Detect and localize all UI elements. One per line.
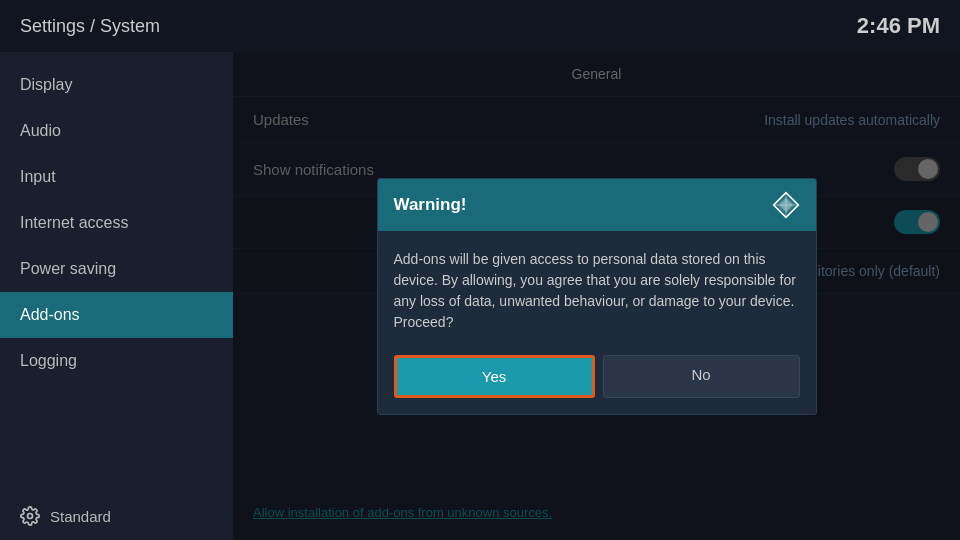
warning-dialog: Warning! Add-ons will be given access to…	[377, 178, 817, 415]
sidebar-item-add-ons[interactable]: Add-ons	[0, 292, 233, 338]
sidebar-footer: Standard	[0, 492, 233, 540]
dialog-buttons: Yes No	[378, 347, 816, 414]
profile-label: Standard	[50, 508, 111, 525]
dialog-header: Warning!	[378, 179, 816, 231]
sidebar: Display Audio Input Internet access Powe…	[0, 52, 233, 540]
dialog-overlay: Warning! Add-ons will be given access to…	[233, 52, 960, 540]
sidebar-item-power-saving[interactable]: Power saving	[0, 246, 233, 292]
sidebar-item-internet-access[interactable]: Internet access	[0, 200, 233, 246]
svg-point-0	[28, 514, 33, 519]
main-content: General Updates Install updates automati…	[233, 52, 960, 540]
main-layout: Display Audio Input Internet access Powe…	[0, 52, 960, 540]
sidebar-nav: Display Audio Input Internet access Powe…	[0, 52, 233, 384]
no-button[interactable]: No	[603, 355, 800, 398]
sidebar-item-audio[interactable]: Audio	[0, 108, 233, 154]
yes-button[interactable]: Yes	[394, 355, 595, 398]
sidebar-item-display[interactable]: Display	[0, 62, 233, 108]
kodi-logo-icon	[772, 191, 800, 219]
clock: 2:46 PM	[857, 13, 940, 39]
page-title: Settings / System	[20, 16, 160, 37]
app-header: Settings / System 2:46 PM	[0, 0, 960, 52]
sidebar-item-logging[interactable]: Logging	[0, 338, 233, 384]
dialog-body: Add-ons will be given access to personal…	[378, 231, 816, 347]
dialog-title: Warning!	[394, 195, 467, 215]
gear-icon	[20, 506, 40, 526]
sidebar-item-input[interactable]: Input	[0, 154, 233, 200]
svg-marker-5	[779, 198, 793, 212]
